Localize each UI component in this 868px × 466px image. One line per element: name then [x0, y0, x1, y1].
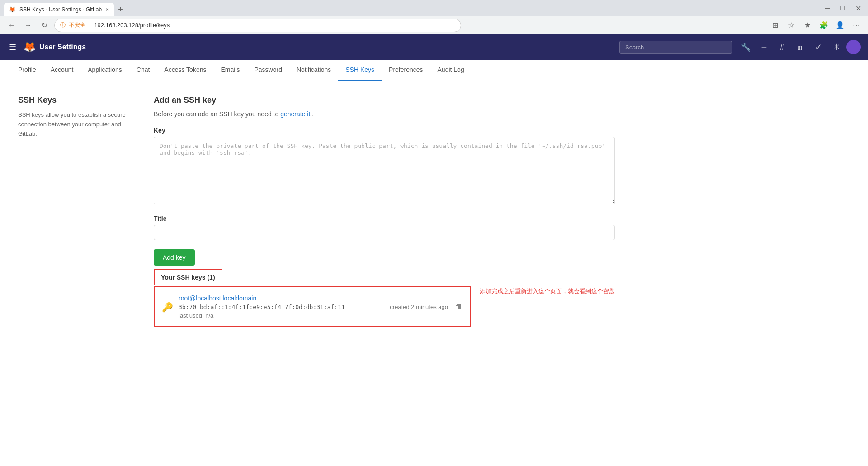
wrench-icon-button[interactable]: 🔧 — [738, 39, 754, 55]
tab-favicon: 🦊 — [9, 6, 16, 13]
generate-link[interactable]: generate it — [280, 110, 310, 118]
ssh-key-name: root@localhost.localdomain — [179, 295, 384, 302]
search-input[interactable] — [619, 41, 732, 54]
tab-account[interactable]: Account — [43, 60, 81, 81]
close-button[interactable]: ✕ — [852, 2, 864, 14]
hamburger-menu-button[interactable]: ☰ — [7, 40, 18, 54]
tab-emails[interactable]: Emails — [213, 60, 247, 81]
ssh-key-icon: 🔑 — [162, 302, 173, 313]
ssh-key-meta: created 2 minutes ago 🗑 — [390, 303, 462, 311]
nav-tabs: Profile Account Applications Chat Access… — [0, 60, 868, 81]
ssh-key-delete-button[interactable]: 🗑 — [455, 303, 462, 311]
tab-preferences[interactable]: Preferences — [382, 60, 430, 81]
header-search[interactable] — [619, 41, 732, 54]
n-icon-button[interactable]: n — [792, 39, 808, 55]
minimize-button[interactable]: ─ — [821, 2, 834, 14]
ssh-key-created: created 2 minutes ago — [390, 304, 448, 310]
main-content: SSH Keys SSH keys allow you to establish… — [0, 81, 633, 342]
title-input[interactable] — [154, 225, 615, 240]
ssh-key-info: root@localhost.localdomain 3b:70:bd:af:c… — [179, 295, 384, 319]
new-tab-button[interactable]: + — [114, 5, 127, 14]
sidebar-description: SSH keys allow you to establish a secure… — [18, 110, 136, 138]
key-textarea[interactable] — [154, 137, 615, 204]
menu-button[interactable]: ⋯ — [850, 19, 863, 32]
tab-audit-log[interactable]: Audit Log — [430, 60, 472, 81]
check-icon-button[interactable]: ✓ — [810, 39, 826, 55]
app-title: User Settings — [39, 43, 86, 51]
active-tab[interactable]: 🦊 SSH Keys · User Settings · GitLab × — [4, 3, 114, 16]
sidebar-info: SSH Keys SSH keys allow you to establish… — [18, 95, 136, 327]
plus-icon-button[interactable]: + — [756, 39, 772, 55]
back-button[interactable]: ← — [5, 19, 18, 32]
gitlab-fox-icon: 🦊 — [24, 41, 36, 53]
reload-button[interactable]: ↻ — [38, 19, 51, 32]
key-form-group: Key — [154, 127, 615, 206]
url-prefix: 不安全 — [69, 21, 85, 29]
gitlab-header: ☰ 🦊 User Settings 🔧 + # n ✓ ✳ — [0, 34, 868, 60]
tab-close-button[interactable]: × — [105, 6, 109, 13]
tab-applications[interactable]: Applications — [80, 60, 129, 81]
form-area: Add an SSH key Before you can add an SSH… — [154, 95, 615, 327]
intro-text-after: . — [312, 110, 314, 118]
ssh-keys-header: Your SSH keys (1) — [154, 269, 222, 285]
gitlab-logo[interactable]: 🦊 User Settings — [24, 41, 86, 53]
address-bar[interactable]: ⓘ 不安全 | 192.168.203.128/profile/keys — [54, 19, 461, 32]
ssh-keys-section: Your SSH keys (1) 🔑 root@localhost.local… — [154, 269, 615, 327]
tab-title: SSH Keys · User Settings · GitLab — [19, 6, 102, 13]
forward-button[interactable]: → — [22, 19, 34, 32]
settings-spinner-button[interactable]: ✳ — [828, 39, 844, 55]
title-form-group: Title — [154, 215, 615, 240]
tab-access-tokens[interactable]: Access Tokens — [157, 60, 213, 81]
add-key-button[interactable]: Add key — [154, 249, 195, 266]
key-label: Key — [154, 127, 615, 134]
intro-text-before: Before you can add an SSH key you need t… — [154, 110, 278, 118]
intro-text: Before you can add an SSH key you need t… — [154, 110, 615, 118]
sidebar-title: SSH Keys — [18, 95, 136, 105]
tab-chat[interactable]: Chat — [129, 60, 157, 81]
tab-password[interactable]: Password — [247, 60, 289, 81]
browser-window: 🦊 SSH Keys · User Settings · GitLab × + … — [0, 0, 868, 34]
browser-toolbar: ← → ↻ ⓘ 不安全 | 192.168.203.128/profile/ke… — [0, 16, 868, 34]
url-text: 192.168.203.128/profile/keys — [94, 22, 170, 29]
annotation-text: 添加完成之后重新进入这个页面，就会看到这个密匙 — [480, 269, 615, 295]
bookmarks-list-button[interactable]: ★ — [801, 19, 814, 32]
gitlab-app: ☰ 🦊 User Settings 🔧 + # n ✓ ✳ Profile Ac… — [0, 34, 868, 466]
ssh-key-fingerprint: 3b:70:bd:af:c1:4f:1f:e9:e5:f4:7f:0d:db:3… — [179, 304, 384, 310]
bookmark-button[interactable]: ☆ — [785, 19, 797, 32]
ssh-key-item: 🔑 root@localhost.localdomain 3b:70:bd:af… — [154, 286, 471, 327]
url-separator: | — [89, 22, 90, 29]
tab-profile[interactable]: Profile — [11, 60, 43, 81]
browser-titlebar: 🦊 SSH Keys · User Settings · GitLab × + … — [0, 0, 868, 16]
translate-button[interactable]: ⊞ — [769, 19, 781, 32]
profile-button[interactable]: 👤 — [834, 19, 846, 32]
header-icons: 🔧 + # n ✓ ✳ — [738, 39, 861, 55]
ssh-key-last-used: last used: n/a — [179, 312, 384, 319]
restore-button[interactable]: □ — [836, 2, 849, 14]
tab-ssh-keys[interactable]: SSH Keys — [338, 60, 382, 81]
browser-tabs: 🦊 SSH Keys · User Settings · GitLab × + — [4, 0, 127, 16]
extensions-button[interactable]: 🧩 — [817, 19, 830, 32]
form-title: Add an SSH key — [154, 95, 615, 105]
user-avatar[interactable] — [846, 40, 861, 54]
browser-toolbar-actions: ⊞ ☆ ★ 🧩 👤 ⋯ — [769, 19, 863, 32]
security-icon: ⓘ — [60, 21, 66, 29]
hash-icon-button[interactable]: # — [774, 39, 790, 55]
title-label: Title — [154, 215, 615, 222]
tab-notifications[interactable]: Notifications — [289, 60, 338, 81]
